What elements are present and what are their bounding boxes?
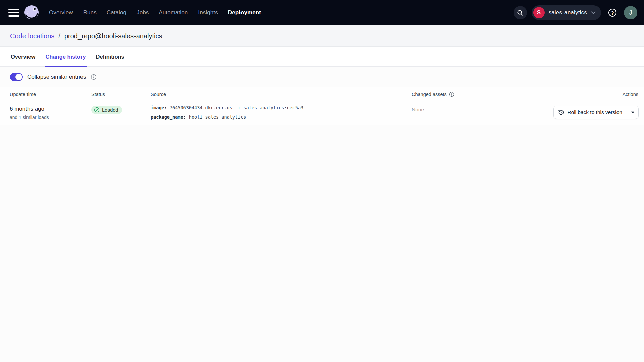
rollback-dropdown-button[interactable] [627,106,638,119]
status-label: Loaded [102,107,118,113]
caret-down-icon [631,111,635,114]
similar-loads-note: and 1 similar loads [10,115,80,120]
top-nav: Overview Runs Catalog Jobs Automation In… [0,0,644,25]
search-button[interactable] [514,6,527,19]
nav-item-catalog[interactable]: Catalog [107,9,126,16]
tab-definitions[interactable]: Definitions [95,47,125,67]
org-avatar: S [533,7,545,18]
col-header-actions: Actions [490,87,644,101]
chevron-down-icon [591,11,596,14]
help-button[interactable]: ? [606,6,619,19]
history-toolbar: Collapse similar entries [0,67,644,87]
rollback-label: Roll back to this version [567,109,622,115]
rollback-button-group: Roll back to this version [553,106,639,119]
changed-assets-cell: None [406,101,490,125]
col-header-status: Status [86,87,145,101]
org-switcher[interactable]: S sales-analytics [532,5,601,20]
nav-item-insights[interactable]: Insights [198,9,218,16]
nav-item-runs[interactable]: Runs [83,9,97,16]
rollback-history-icon [558,109,564,115]
col-header-update-time: Update time [0,87,86,101]
tab-overview[interactable]: Overview [10,47,36,67]
top-nav-right: S sales-analytics ? J [514,5,638,20]
col-header-changed-assets: Changed assets [406,87,490,101]
nav-item-overview[interactable]: Overview [49,9,73,16]
table-header-row: Update time Status Source Changed assets… [0,87,644,101]
update-time-value: 6 months ago [10,106,80,112]
primary-nav: Overview Runs Catalog Jobs Automation In… [49,9,261,16]
search-icon [517,10,523,16]
page-title: prod_repo@hooli-sales-analytics [64,32,162,40]
nav-item-jobs[interactable]: Jobs [137,9,149,16]
help-icon: ? [608,9,616,17]
menu-button[interactable] [7,5,21,20]
nav-item-deployment[interactable]: Deployment [228,9,261,16]
collapse-similar-toggle[interactable] [10,73,23,81]
update-time-cell: 6 months ago and 1 similar loads [0,101,86,125]
status-cell: Loaded [86,101,145,125]
hamburger-icon [8,9,19,10]
check-circle-icon [94,107,100,113]
col-header-source: Source [145,87,406,101]
source-cell: image: 764506304434.dkr.ecr.us-…i-sales-… [145,101,406,125]
source-image-label: image: [151,105,167,110]
source-package-label: package_name: [151,114,186,120]
source-image-value: 764506304434.dkr.ecr.us-…i-sales-analyti… [170,105,303,110]
status-badge: Loaded [91,106,122,114]
collapse-toggle-label: Collapse similar entries [27,74,86,80]
user-avatar[interactable]: J [624,6,637,19]
tab-bar: Overview Change history Definitions [0,47,644,67]
collapse-info-icon[interactable] [91,74,97,80]
tab-change-history[interactable]: Change history [45,47,86,67]
breadcrumb-link-code-locations[interactable]: Code locations [10,32,54,40]
nav-item-automation[interactable]: Automation [159,9,188,16]
rollback-button[interactable]: Roll back to this version [554,106,627,119]
changed-assets-value: None [412,106,424,113]
breadcrumb-separator: / [58,32,60,40]
toggle-knob [15,74,22,80]
org-name: sales-analytics [549,9,587,16]
changed-assets-info-icon[interactable] [449,92,454,97]
app-window: Overview Runs Catalog Jobs Automation In… [0,0,644,362]
source-package-value: hooli_sales_analytics [189,114,246,120]
breadcrumb: Code locations / prod_repo@hooli-sales-a… [0,25,644,47]
change-history-table: Update time Status Source Changed assets… [0,87,644,125]
actions-cell: Roll back to this version [490,101,644,125]
dagster-logo-icon [23,4,40,21]
table-row: 6 months ago and 1 similar loads Loaded … [0,101,644,125]
